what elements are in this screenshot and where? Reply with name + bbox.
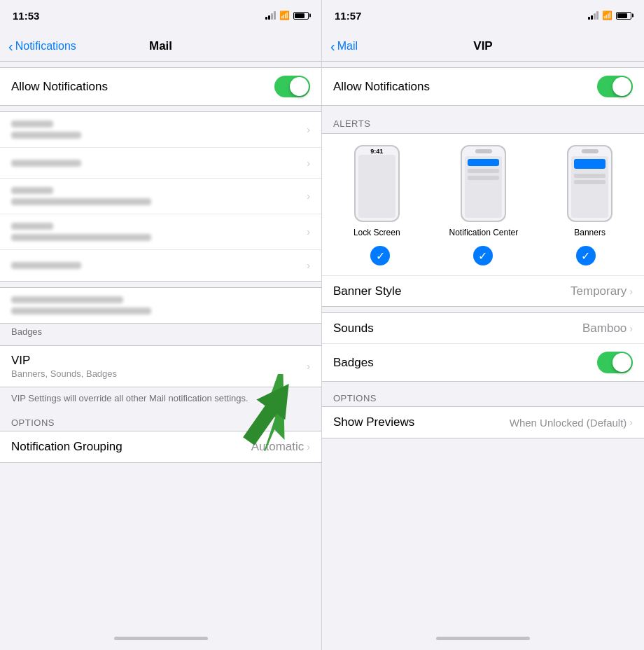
blur-content-3 bbox=[11, 187, 307, 205]
back-label-right: Mail bbox=[337, 40, 358, 53]
left-screen: 11:53 📶 ‹ Notifications Mail Allow Notif… bbox=[0, 0, 322, 650]
home-indicator-left bbox=[0, 626, 321, 650]
lock-screen-time: 9:41 bbox=[356, 146, 398, 155]
notification-center-label: Notification Center bbox=[449, 228, 518, 237]
badges-row-right: Badges bbox=[322, 344, 644, 381]
blur-content-4 bbox=[11, 223, 307, 241]
chevron-icon-banner: › bbox=[629, 286, 633, 297]
blur-line bbox=[11, 198, 151, 205]
back-arrow-icon: ‹ bbox=[8, 39, 13, 53]
notif-bar-2 bbox=[468, 169, 499, 173]
options-header-right: OPTIONS bbox=[322, 387, 644, 406]
notification-center-option[interactable]: Notification Center bbox=[449, 145, 518, 237]
blur-line bbox=[11, 120, 53, 127]
chevron-icon-3: › bbox=[307, 191, 310, 202]
blur-content-badges bbox=[11, 296, 310, 314]
badges-blurred-row[interactable] bbox=[0, 288, 321, 323]
vip-main-label: VIP bbox=[11, 354, 117, 368]
notification-grouping-value: Automatic › bbox=[251, 440, 310, 454]
banners-mockup bbox=[567, 145, 612, 222]
banner-sm-2 bbox=[574, 180, 606, 184]
checkmark-icon-1: ✓ bbox=[376, 249, 385, 263]
back-arrow-icon-right: ‹ bbox=[330, 39, 335, 53]
blur-content-5 bbox=[11, 262, 307, 269]
status-icons-right: 📶 bbox=[588, 11, 631, 20]
notif-center-screen bbox=[465, 156, 502, 218]
allow-notifications-toggle-left[interactable] bbox=[274, 76, 310, 97]
banner-style-row[interactable]: Banner Style Temporary › bbox=[322, 275, 644, 306]
show-previews-row[interactable]: Show Previews When Unlocked (Default) › bbox=[322, 407, 644, 438]
battery-icon bbox=[293, 12, 309, 20]
vip-group: VIP Banners, Sounds, Badges › bbox=[0, 345, 321, 387]
allow-notifications-group-right: Allow Notifications bbox=[322, 67, 644, 106]
back-button-left[interactable]: ‹ Notifications bbox=[8, 39, 76, 53]
allow-notifications-row-right: Allow Notifications bbox=[322, 68, 644, 105]
blur-line bbox=[11, 307, 151, 314]
lock-screen-option[interactable]: 9:41 Lock Screen bbox=[354, 145, 400, 237]
badges-blurred-group bbox=[0, 287, 321, 324]
chevron-icon-4: › bbox=[307, 226, 310, 237]
vip-label-group: VIP Banners, Sounds, Badges bbox=[11, 354, 117, 379]
badges-toggle-right[interactable] bbox=[597, 352, 633, 373]
alerts-section: 9:41 Lock Screen bbox=[322, 133, 644, 307]
status-icons-left: 📶 bbox=[265, 11, 309, 20]
status-time-left: 11:53 bbox=[13, 10, 39, 22]
blurred-row-5[interactable]: › bbox=[0, 250, 321, 281]
vip-sub-label: Banners, Sounds, Badges bbox=[11, 368, 117, 379]
show-previews-value-text: When Unlocked (Default) bbox=[510, 417, 627, 429]
lock-screen-screen bbox=[358, 155, 396, 218]
blur-line bbox=[11, 187, 53, 194]
vip-info-text: VIP Settings will override all other Mai… bbox=[0, 387, 321, 412]
lock-screen-check[interactable]: ✓ bbox=[370, 246, 390, 265]
nav-title-right: VIP bbox=[473, 39, 492, 53]
lock-screen-label: Lock Screen bbox=[354, 228, 400, 237]
badges-label: Badges bbox=[11, 326, 42, 337]
allow-notifications-group-left: Allow Notifications bbox=[0, 67, 321, 106]
banners-screen bbox=[571, 156, 608, 218]
chevron-icon-vip: › bbox=[307, 361, 310, 372]
blurred-row-1[interactable]: › bbox=[0, 112, 321, 148]
banner-style-value-text: Temporary bbox=[570, 284, 626, 298]
right-settings-content: Allow Notifications ALERTS 9:41 bbox=[322, 62, 644, 626]
status-bar-left: 11:53 📶 bbox=[0, 0, 321, 31]
badges-label-right: Badges bbox=[333, 356, 374, 370]
banners-check[interactable]: ✓ bbox=[576, 246, 596, 265]
notification-grouping-value-text: Automatic bbox=[251, 440, 304, 454]
badges-label-area: Badges bbox=[0, 324, 321, 340]
allow-notifications-label-left: Allow Notifications bbox=[11, 80, 108, 94]
blurred-row-3[interactable]: › bbox=[0, 179, 321, 214]
notif-center-mockup bbox=[461, 145, 506, 222]
options-group: Show Previews When Unlocked (Default) › bbox=[322, 406, 644, 438]
chevron-icon-2: › bbox=[307, 158, 310, 169]
options-header-left: OPTIONS bbox=[0, 412, 321, 431]
vip-row[interactable]: VIP Banners, Sounds, Badges › bbox=[0, 346, 321, 387]
back-button-right[interactable]: ‹ Mail bbox=[330, 39, 358, 53]
banners-option[interactable]: Banners bbox=[567, 145, 612, 237]
back-label-left: Notifications bbox=[15, 40, 76, 53]
checkmark-icon-3: ✓ bbox=[581, 249, 590, 263]
banners-label: Banners bbox=[574, 228, 606, 237]
banners-notch bbox=[582, 149, 598, 153]
banner-sm-1 bbox=[574, 174, 606, 178]
alerts-header: ALERTS bbox=[322, 111, 644, 133]
blurred-row-4[interactable]: › bbox=[0, 214, 321, 250]
blurred-row-2[interactable]: › bbox=[0, 148, 321, 179]
right-screen: 11:57 📶 ‹ Mail VIP Allow Notifications bbox=[322, 0, 644, 650]
home-indicator-right bbox=[322, 626, 644, 650]
blur-line bbox=[11, 296, 123, 303]
sounds-value-text: Bamboo bbox=[582, 321, 626, 336]
blur-line bbox=[11, 234, 151, 241]
notification-grouping-row[interactable]: Notification Grouping Automatic › bbox=[0, 431, 321, 462]
checkmark-icon-2: ✓ bbox=[478, 249, 487, 263]
signal-icon-right bbox=[588, 11, 598, 20]
allow-notifications-toggle-right[interactable] bbox=[597, 76, 633, 97]
sounds-value: Bamboo › bbox=[582, 321, 633, 336]
sounds-row[interactable]: Sounds Bamboo › bbox=[322, 313, 644, 344]
blur-content-1 bbox=[11, 120, 307, 139]
status-bar-right: 11:57 📶 bbox=[322, 0, 644, 31]
notif-center-notch bbox=[475, 149, 492, 153]
show-previews-label: Show Previews bbox=[333, 415, 414, 429]
notif-center-check[interactable]: ✓ bbox=[473, 246, 493, 265]
chevron-icon-previews: › bbox=[629, 417, 633, 428]
status-time-right: 11:57 bbox=[335, 10, 361, 22]
